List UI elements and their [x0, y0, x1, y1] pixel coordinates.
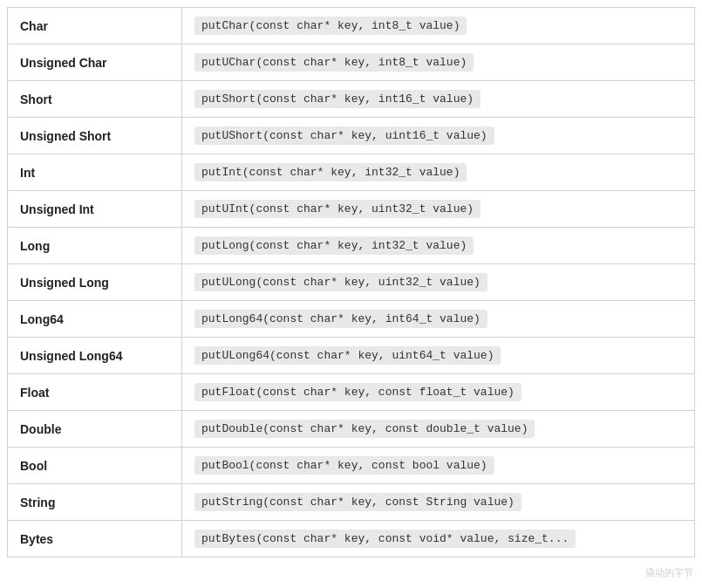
method-cell: putBool(const char* key, const bool valu…: [182, 448, 695, 484]
method-code: putFloat(const char* key, const float_t …: [194, 383, 521, 401]
method-code: putInt(const char* key, int32_t value): [194, 163, 467, 181]
method-code: putULong64(const char* key, uint64_t val…: [194, 346, 501, 365]
type-cell: Char: [8, 8, 182, 44]
table-row: FloatputFloat(const char* key, const flo…: [8, 374, 695, 411]
table-row: BoolputBool(const char* key, const bool …: [8, 448, 695, 484]
table-row: Long64putLong64(const char* key, int64_t…: [8, 301, 695, 338]
type-cell: Short: [8, 81, 182, 118]
type-cell: Long: [8, 228, 182, 264]
method-cell: putUShort(const char* key, uint16_t valu…: [182, 118, 695, 154]
table-row: IntputInt(const char* key, int32_t value…: [8, 154, 695, 191]
method-cell: putChar(const char* key, int8_t value): [182, 8, 695, 44]
table-row: DoubleputDouble(const char* key, const d…: [8, 411, 695, 448]
type-cell: Unsigned Char: [8, 44, 182, 81]
method-cell: putString(const char* key, const String …: [182, 484, 695, 521]
method-cell: putULong64(const char* key, uint64_t val…: [182, 338, 695, 374]
table-row: BytesputBytes(const char* key, const voi…: [8, 521, 695, 557]
table-row: Unsigned CharputUChar(const char* key, i…: [8, 44, 695, 81]
table-row: Unsigned Long64putULong64(const char* ke…: [8, 338, 695, 374]
method-cell: putULong(const char* key, uint32_t value…: [182, 264, 695, 301]
type-cell: Bytes: [8, 521, 182, 557]
table-row: Unsigned ShortputUShort(const char* key,…: [8, 118, 695, 154]
type-cell: Int: [8, 154, 182, 191]
method-cell: putLong(const char* key, int32_t value): [182, 228, 695, 264]
type-cell: Unsigned Long64: [8, 338, 182, 374]
table-row: LongputLong(const char* key, int32_t val…: [8, 228, 695, 264]
method-cell: putDouble(const char* key, const double_…: [182, 411, 695, 448]
method-code: putBytes(const char* key, const void* va…: [194, 530, 576, 548]
type-cell: Double: [8, 411, 182, 448]
method-code: putUChar(const char* key, int8_t value): [194, 53, 474, 72]
method-code: putLong64(const char* key, int64_t value…: [194, 310, 487, 328]
method-code: putLong(const char* key, int32_t value): [194, 236, 474, 255]
method-code: putChar(const char* key, int8_t value): [194, 17, 467, 35]
method-code: putUInt(const char* key, uint32_t value): [194, 200, 480, 218]
method-cell: putBytes(const char* key, const void* va…: [182, 521, 695, 557]
type-cell: Long64: [8, 301, 182, 338]
method-cell: putInt(const char* key, int32_t value): [182, 154, 695, 191]
method-cell: putLong64(const char* key, int64_t value…: [182, 301, 695, 338]
type-cell: Bool: [8, 448, 182, 484]
table-row: Unsigned IntputUInt(const char* key, uin…: [8, 191, 695, 228]
watermark: 撬动的字节: [645, 566, 693, 579]
table-row: Unsigned LongputULong(const char* key, u…: [8, 264, 695, 301]
method-cell: putFloat(const char* key, const float_t …: [182, 374, 695, 411]
type-cell: Float: [8, 374, 182, 411]
page-container: CharputChar(const char* key, int8_t valu…: [0, 0, 702, 588]
type-cell: Unsigned Int: [8, 191, 182, 228]
method-code: putBool(const char* key, const bool valu…: [194, 456, 494, 475]
data-table: CharputChar(const char* key, int8_t valu…: [7, 7, 695, 557]
method-code: putString(const char* key, const String …: [194, 493, 521, 511]
method-cell: putUInt(const char* key, uint32_t value): [182, 191, 695, 228]
type-cell: Unsigned Short: [8, 118, 182, 154]
table-row: CharputChar(const char* key, int8_t valu…: [8, 8, 695, 44]
method-code: putUShort(const char* key, uint16_t valu…: [194, 126, 494, 145]
type-cell: Unsigned Long: [8, 264, 182, 301]
method-code: putDouble(const char* key, const double_…: [194, 420, 535, 438]
method-cell: putUChar(const char* key, int8_t value): [182, 44, 695, 81]
method-cell: putShort(const char* key, int16_t value): [182, 81, 695, 118]
table-row: ShortputShort(const char* key, int16_t v…: [8, 81, 695, 118]
type-cell: String: [8, 484, 182, 521]
method-code: putULong(const char* key, uint32_t value…: [194, 273, 487, 291]
table-row: StringputString(const char* key, const S…: [8, 484, 695, 521]
method-code: putShort(const char* key, int16_t value): [194, 90, 480, 108]
